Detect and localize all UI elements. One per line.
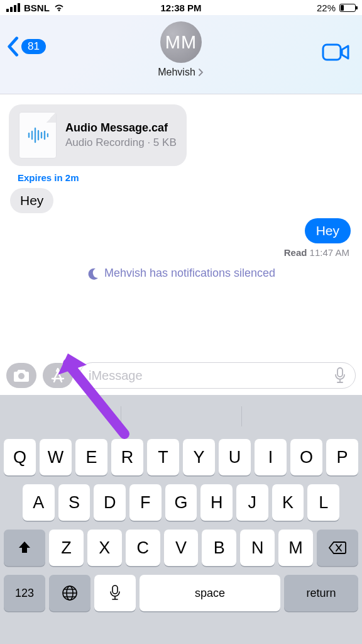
key-d[interactable]: D xyxy=(94,484,126,521)
conversation-header: 81 MM Mehvish xyxy=(0,15,362,94)
key-j[interactable]: J xyxy=(236,484,268,521)
audio-message-bubble[interactable]: Audio Message.caf Audio Recording · 5 KB xyxy=(9,104,187,166)
return-key[interactable]: return xyxy=(284,575,358,611)
globe-key[interactable] xyxy=(49,575,90,611)
wifi-icon xyxy=(53,3,65,12)
key-z[interactable]: Z xyxy=(49,530,84,566)
unread-badge: 81 xyxy=(21,39,46,54)
key-w[interactable]: W xyxy=(40,439,72,475)
key-k[interactable]: K xyxy=(272,484,304,521)
keyboard-row-1: Q W E R T Y U I O P xyxy=(4,439,358,475)
key-p[interactable]: P xyxy=(326,439,358,475)
app-store-button[interactable] xyxy=(43,363,73,388)
video-icon xyxy=(322,43,349,62)
audio-subtitle: Audio Recording · 5 KB xyxy=(65,136,177,150)
key-g[interactable]: G xyxy=(165,484,197,521)
shift-icon xyxy=(17,540,32,555)
key-i[interactable]: I xyxy=(255,439,287,475)
space-key[interactable]: space xyxy=(140,575,280,611)
svg-point-8 xyxy=(18,373,25,379)
incoming-message-bubble[interactable]: Hey xyxy=(10,188,53,213)
moon-icon xyxy=(87,267,99,280)
contact-name-button[interactable]: Mehvish xyxy=(158,67,204,78)
chevron-left-icon xyxy=(6,36,19,57)
message-input[interactable]: iMessage xyxy=(79,362,356,389)
microphone-icon xyxy=(109,585,121,601)
key-f[interactable]: F xyxy=(129,484,162,521)
audio-filename: Audio Message.caf xyxy=(65,121,177,135)
key-s[interactable]: S xyxy=(58,484,90,521)
key-e[interactable]: E xyxy=(75,439,107,475)
keyboard-row-2: A S D F G H J K L xyxy=(4,484,358,521)
message-thread: Audio Message.caf Audio Recording · 5 KB… xyxy=(0,94,362,285)
key-q[interactable]: Q xyxy=(4,439,36,475)
key-o[interactable]: O xyxy=(290,439,322,475)
keyboard-row-4: 123 space return xyxy=(4,575,358,611)
microphone-icon xyxy=(334,367,346,384)
key-x[interactable]: X xyxy=(87,530,122,566)
camera-icon xyxy=(13,369,30,382)
svg-rect-9 xyxy=(337,368,343,377)
key-u[interactable]: U xyxy=(219,439,251,475)
backspace-key[interactable] xyxy=(317,530,358,566)
keyboard-row-3: Z X C V B N M xyxy=(4,530,358,566)
battery-pct: 22% xyxy=(317,3,336,13)
key-c[interactable]: C xyxy=(126,530,160,566)
svg-rect-12 xyxy=(112,586,118,594)
carrier-label: BSNL xyxy=(24,3,50,13)
app-store-icon xyxy=(50,368,65,383)
avatar[interactable]: MM xyxy=(160,21,202,63)
key-a[interactable]: A xyxy=(23,484,55,521)
status-bar: BSNL 12:38 PM 22% xyxy=(0,0,362,15)
key-n[interactable]: N xyxy=(240,530,275,566)
notifications-silenced-banner[interactable]: Mehvish has notifications silenced xyxy=(9,267,353,280)
outgoing-message-bubble[interactable]: Hey xyxy=(305,218,351,243)
compose-bar: iMessage xyxy=(0,356,362,395)
dictation-key[interactable] xyxy=(94,575,136,611)
key-l[interactable]: L xyxy=(307,484,339,521)
key-y[interactable]: Y xyxy=(183,439,215,475)
expires-label: Expires in 2m xyxy=(18,172,353,183)
clock: 12:38 PM xyxy=(123,3,239,13)
globe-icon xyxy=(62,585,78,601)
backspace-icon xyxy=(328,541,347,555)
camera-button[interactable] xyxy=(6,363,36,388)
svg-rect-0 xyxy=(323,45,341,60)
keyboard-suggestion-bar xyxy=(4,402,358,430)
audio-file-icon xyxy=(19,112,57,158)
message-placeholder: iMessage xyxy=(89,369,334,383)
key-b[interactable]: B xyxy=(202,530,236,566)
battery-icon xyxy=(339,4,356,12)
key-r[interactable]: R xyxy=(111,439,143,475)
facetime-button[interactable] xyxy=(322,43,349,62)
key-m[interactable]: M xyxy=(278,530,313,566)
key-v[interactable]: V xyxy=(164,530,199,566)
key-t[interactable]: T xyxy=(147,439,179,475)
back-button[interactable]: 81 xyxy=(6,36,46,57)
chevron-right-icon xyxy=(198,69,204,76)
key-h[interactable]: H xyxy=(200,484,233,521)
contact-name: Mehvish xyxy=(158,67,195,78)
read-receipt: Read 11:47 AM xyxy=(9,243,353,258)
shift-key[interactable] xyxy=(4,530,45,566)
numbers-key[interactable]: 123 xyxy=(4,575,45,611)
keyboard: Q W E R T Y U I O P A S D F G H J K L Z … xyxy=(0,395,362,644)
cell-signal-icon xyxy=(6,3,20,12)
